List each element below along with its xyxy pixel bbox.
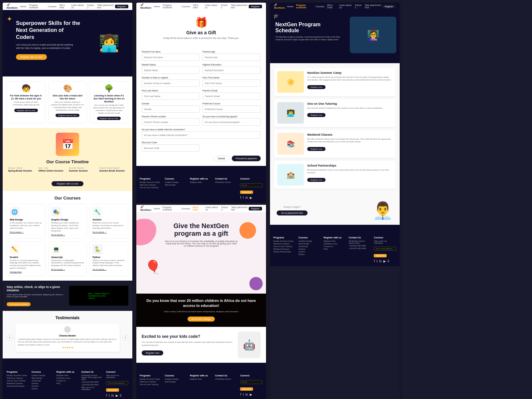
footer-link-p2[interactable]: One on One Tutoring bbox=[7, 380, 29, 382]
nav-future-col2p2[interactable]: Future 2 bbox=[221, 206, 228, 211]
footer-link-p0[interactable]: Design Summer Camp bbox=[7, 374, 29, 376]
footer-col2p1-0-l0[interactable]: Design Summer Camp bbox=[140, 181, 162, 183]
fc2p2-0-l0[interactable]: Design Summer Camp bbox=[140, 378, 162, 380]
footer-link-r0[interactable]: Register Now bbox=[57, 374, 79, 376]
footer-link-p3[interactable]: Weekend Classes bbox=[7, 382, 29, 384]
program-btn-1-col3[interactable]: Register now bbox=[307, 113, 326, 117]
course-link-5[interactable]: Go to course → bbox=[92, 268, 125, 270]
ready-btn-col3[interactable]: Go to placement test bbox=[277, 210, 308, 215]
footer-col2p1-0-l2[interactable]: One on One Tutoring bbox=[140, 187, 162, 189]
form-input-6[interactable] bbox=[142, 92, 200, 100]
timeline-cta-col1[interactable]: Register with us now bbox=[52, 181, 84, 186]
footer-link-c0[interactable]: Graphic Design bbox=[32, 374, 54, 376]
footer-link-p1[interactable]: Afternoon Classes bbox=[7, 377, 29, 379]
nav-test-col1[interactable]: Take placement test bbox=[97, 4, 115, 9]
nav-about-col3[interactable]: Learn about us bbox=[339, 4, 352, 9]
footer-link-p4[interactable]: School Partnerships bbox=[7, 385, 29, 387]
form-input-2[interactable] bbox=[142, 66, 200, 74]
form-input-0[interactable] bbox=[142, 54, 200, 61]
fc3-2-l0[interactable]: Register Now bbox=[324, 240, 346, 242]
program-btn-0-col3[interactable]: Register now bbox=[307, 85, 326, 89]
yt-col2p2[interactable]: ▶ bbox=[250, 393, 252, 396]
nav-courses-col2p2[interactable]: Courses bbox=[181, 207, 190, 210]
fc3-0-l1[interactable]: Afternoon Classes bbox=[273, 243, 296, 245]
excited-btn-col2[interactable]: Register now bbox=[142, 350, 163, 355]
footer-subscribe-col3-btn[interactable]: Subscribe bbox=[374, 254, 387, 257]
testimonials-prev-col1[interactable]: ‹ bbox=[7, 334, 13, 340]
card-btn-0[interactable]: Register with us now bbox=[14, 109, 38, 112]
fc3-1-l3[interactable]: Arduino bbox=[299, 248, 321, 250]
fc3-0-l4[interactable]: School Partnerships bbox=[273, 251, 296, 253]
fc3-2-l2[interactable]: Contact us bbox=[324, 245, 346, 247]
fc3-0-l3[interactable]: Weekend Classes bbox=[273, 248, 296, 250]
nav-home-col2p2[interactable]: Home bbox=[154, 207, 160, 210]
fc2p2-0-l2[interactable]: One on One Tutoring bbox=[140, 383, 162, 385]
fc2p2-2-l0[interactable]: Register Now bbox=[190, 378, 212, 380]
course-link-0[interactable]: Go to course → bbox=[10, 231, 43, 233]
form-input-5[interactable] bbox=[202, 79, 261, 87]
card-btn-1[interactable]: Register with us now bbox=[56, 114, 79, 117]
nav-about-col2p2[interactable]: Learn about us bbox=[205, 206, 219, 211]
footer-subscribe-col2p2-btn[interactable]: Subscribe bbox=[240, 387, 253, 391]
nav-schedule-col2p1[interactable]: Program schedule bbox=[163, 4, 179, 9]
nav-future-col1[interactable]: Future 2 bbox=[87, 4, 94, 9]
nav-home-col1[interactable]: Home bbox=[20, 5, 27, 8]
footer-link-r3[interactable]: FAQ bbox=[57, 382, 79, 384]
footer-subscribe-btn-col1[interactable]: Subscribe bbox=[106, 388, 119, 392]
nav-home-col2p1[interactable]: Home bbox=[154, 5, 160, 8]
form-input-7[interactable] bbox=[202, 92, 261, 100]
footer-subscribe-col2p1-btn[interactable]: Subscribe bbox=[240, 191, 253, 194]
fb-col3[interactable]: f bbox=[374, 259, 375, 263]
form-input-1[interactable] bbox=[202, 54, 261, 61]
form-input-11[interactable] bbox=[202, 118, 261, 126]
nav-gift-col1[interactable]: Gift a child bbox=[59, 4, 68, 9]
nav-about-col1[interactable]: Learn about us bbox=[71, 4, 84, 9]
footer-link-r1[interactable]: Schedule a tour bbox=[57, 377, 79, 379]
nav-gift-col2p1[interactable]: Gift a child bbox=[193, 4, 202, 9]
nav-about-col2p1[interactable]: Learn about us bbox=[205, 4, 218, 9]
program-btn-2-col3[interactable]: Register now bbox=[307, 147, 326, 151]
fc3-1-l1[interactable]: Web Design bbox=[299, 243, 321, 245]
form-input-10[interactable] bbox=[142, 118, 200, 126]
nav-future-col3[interactable]: Future 2 bbox=[355, 4, 362, 9]
yt-col3[interactable]: ▶ bbox=[383, 259, 386, 263]
fc3-2-l3[interactable]: FAQ bbox=[324, 248, 346, 250]
course-link-1[interactable]: Go to course → bbox=[51, 234, 84, 236]
instagram-icon-col1[interactable]: in bbox=[111, 394, 114, 397]
fc2p2-1-l0[interactable]: Graphic Design bbox=[165, 378, 188, 380]
footer-col2p1-0-l1[interactable]: Afternoon Classes bbox=[140, 184, 162, 186]
facebook-icon-col1[interactable]: f bbox=[106, 394, 107, 397]
nav-gift-col2p2[interactable]: Gift a child bbox=[193, 206, 203, 211]
fc3-0-l2[interactable]: One on One Tutoring bbox=[273, 245, 296, 247]
program-btn-3-col3[interactable]: Register now bbox=[307, 178, 326, 182]
footer-link-c5[interactable]: Python bbox=[32, 388, 54, 390]
card-btn-2[interactable]: Register with us now bbox=[97, 117, 121, 120]
course-link-2[interactable]: Go to course → bbox=[92, 231, 125, 233]
nav-gift-col3[interactable]: Gift a Child bbox=[327, 4, 336, 9]
nav-future-col2p1[interactable]: Future 2 bbox=[221, 4, 228, 9]
nav-home-col3[interactable]: Home bbox=[287, 5, 294, 8]
nav-courses-col1[interactable]: Courses bbox=[48, 5, 57, 8]
footer-col2p1-2-l0[interactable]: Register Now bbox=[190, 181, 212, 183]
nav-courses-col2p1[interactable]: Courses bbox=[182, 5, 190, 8]
fc2p2-0-l1[interactable]: Afternoon Classes bbox=[140, 381, 162, 383]
fb-col2p2[interactable]: f bbox=[240, 393, 241, 396]
ig-col2p2[interactable]: in bbox=[245, 393, 248, 396]
footer-newsletter-input-col1[interactable] bbox=[106, 381, 128, 385]
tw-col3[interactable]: t bbox=[376, 259, 377, 263]
fc3-1-l4[interactable]: Scratch bbox=[299, 251, 321, 253]
nav-register-col1[interactable]: Register bbox=[115, 5, 128, 8]
footer-link-c2[interactable]: JavaScript bbox=[32, 380, 54, 382]
nav-schedule-col3[interactable]: Program schedule bbox=[296, 4, 313, 9]
testimonials-next-col1[interactable]: › bbox=[122, 334, 128, 340]
nav-test-col2p2[interactable]: Take placement test bbox=[231, 206, 249, 211]
nav-test-col2p1[interactable]: Take placement test bbox=[231, 4, 249, 9]
footer-link-r2[interactable]: Contact us bbox=[57, 380, 79, 382]
tw-icon-col2p1[interactable]: t bbox=[243, 196, 244, 200]
nav-schedule-col2p2[interactable]: Program schedule bbox=[163, 206, 179, 211]
twitter-icon-col1[interactable]: t bbox=[109, 394, 110, 397]
fc3-2-l1[interactable]: Schedule a tour bbox=[324, 243, 346, 245]
form-input-12[interactable] bbox=[142, 131, 261, 139]
form-cancel-btn-col2[interactable]: Cancel bbox=[213, 156, 229, 161]
fc3-0-l0[interactable]: Design Summer Camp bbox=[273, 240, 296, 242]
